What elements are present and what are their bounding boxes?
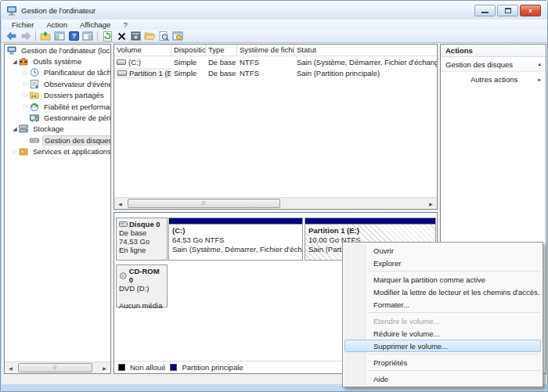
col-systeme-fichiers[interactable]: Système de fichiers [237,45,294,56]
volume-status: Sain (Partition principale) [294,69,437,77]
expanded-icon[interactable]: ◢ [11,59,19,65]
collapse-icon[interactable]: ▴ [538,61,541,67]
tree-item-outils-systeme[interactable]: ◢ Outils système [5,56,110,67]
partition-primary-bar [305,218,435,225]
volume-fs: NTFS [237,58,294,67]
menu-action[interactable]: Action [41,20,73,30]
tree-item-label: Observateur d'événements [42,80,110,88]
delete-icon[interactable] [114,30,128,42]
event-viewer-icon [30,80,39,88]
actions-section-gestion-des-disques[interactable]: Gestion des disques ▴ [441,57,546,72]
tree-item-stockage[interactable]: ◢ Stockage [5,124,110,135]
menu-item-ouvrir[interactable]: Ouvrir [344,244,541,257]
disk-icon [119,221,128,227]
open-folder-icon[interactable] [142,30,157,42]
expanded-icon[interactable]: ◢ [11,126,19,132]
tree-item-label: Fiabilité et performance [42,102,110,111]
minimize-button[interactable] [474,5,496,16]
up-level-icon[interactable] [38,30,52,42]
scroll-right-icon[interactable]: ▶ [99,362,110,374]
tree-item-services-applications[interactable]: ▷ Services et applications [5,146,110,157]
menu-item-proprietes[interactable]: Propriétés [344,356,541,369]
shared-folders-icon [30,91,39,99]
menu-item-explorer[interactable]: Explorer [344,257,541,269]
disk0-header[interactable]: Disque 0 De base 74,53 Go En ligne [116,218,168,261]
volume-type: De base [206,58,237,67]
drive-icon [117,59,126,65]
tree-item-root[interactable]: Gestion de l'ordinateur (local) [5,45,110,56]
volume-fs: NTFS [237,69,294,77]
menu-item-supprimer-volume[interactable]: Supprimer le volume... [344,340,541,352]
menu-fichier[interactable]: Fichier [6,20,40,30]
disk-name: Disque 0 [129,220,160,228]
tree-item-observateur[interactable]: ▷ Observateur d'événements [5,78,110,89]
help-icon[interactable]: ? [67,30,81,42]
scroll-left-icon[interactable]: ◀ [114,198,126,210]
menu-item-modifier-lettre[interactable]: Modifier la lettre de lecteur et les che… [344,286,541,298]
partition-c[interactable]: (C:) 64,53 Go NTFS Sain (Système, Démarr… [168,218,303,261]
volume-list: Volume Disposition Type Système de fichi… [114,44,438,210]
volume-disposition: Simple [171,69,206,77]
menu-item-reduire-volume[interactable]: Réduire le volume... [344,327,541,340]
scrollbar-thumb[interactable]: ☰ [18,363,92,372]
collapsed-icon[interactable]: ▷ [22,81,30,87]
customize-icon[interactable] [171,30,185,42]
tree-item-gestionnaire-peripheriques[interactable]: Gestionnaire de périphériques [5,112,110,123]
collapsed-icon[interactable]: ▷ [22,103,30,110]
computer-icon [7,46,16,55]
volume-name: Partition 1 (E:) [129,69,171,77]
tree-item-label: Outils système [31,57,83,66]
legend-primary-label: Partition principale [182,363,243,372]
autres-actions-label: Autres actions [470,75,538,84]
actions-autres-actions[interactable]: Autres actions ▸ [441,72,546,87]
show-console-tree-icon[interactable] [52,30,67,42]
col-volume[interactable]: Volume [114,45,171,56]
tree-item-fiabilite[interactable]: ▷ Fiabilité et performance [5,101,110,112]
back-icon[interactable] [5,30,19,42]
tree-item-dossiers-partages[interactable]: ▷ Dossiers partagés [5,90,110,101]
menu-item-marquer-active[interactable]: Marquer la partition comme active [344,273,541,286]
collapsed-icon[interactable]: ▷ [22,92,30,99]
close-button[interactable]: x [520,5,541,16]
performance-icon [30,102,39,111]
col-type[interactable]: Type [206,45,237,56]
forward-icon[interactable] [19,30,33,42]
actions-section-label: Gestion des disques [445,60,538,69]
menu-affichage[interactable]: Affichage [74,20,116,30]
scroll-right-icon[interactable]: ▶ [425,198,437,210]
menu-item-formater[interactable]: Formater... [344,298,541,311]
volume-row-partition1[interactable]: Partition 1 (E:) Simple De base NTFS Sai… [114,68,437,80]
tree-item-planificateur[interactable]: ▷ Planificateur de tâches [5,67,110,78]
show-action-pane-icon[interactable] [81,30,95,42]
col-disposition[interactable]: Disposition [171,45,206,56]
tree-horizontal-scrollbar[interactable]: ◀ ☰ ▶ [5,361,110,373]
disk-type: De base [119,228,164,237]
cdrom0-header[interactable]: CD-ROM 0 DVD (D:) Aucun média [116,264,168,307]
volume-list-horizontal-scrollbar[interactable]: ◀ ☰ ▶ [114,197,437,209]
volume-name: (C:) [128,58,141,67]
tree-item-label: Stockage [31,124,66,133]
volume-type: De base [206,69,237,77]
col-statut[interactable]: Statut [294,45,437,56]
legend-unallocated-label: Non alloué [130,363,165,372]
refresh-icon[interactable] [100,30,114,42]
collapsed-icon[interactable]: ▷ [11,149,19,155]
volume-row-c[interactable]: (C:) Simple De base NTFS Sain (Système, … [114,56,437,68]
disk-management-icon [30,136,39,145]
disk-size: 74,53 Go [119,237,164,246]
scroll-left-icon[interactable]: ◀ [5,362,16,374]
menu-item-aide[interactable]: Aide [344,372,541,385]
menu-help[interactable]: ? [117,20,132,30]
scrollbar-thumb[interactable]: ☰ [128,199,280,208]
toolbar: ? [2,30,548,43]
computer-management-window: Gestion de l'ordinateur x Fichier Action… [0,0,548,392]
title-bar[interactable]: Gestion de l'ordinateur x [1,1,547,20]
drive-icon [117,70,127,76]
tree-item-gestion-des-disques[interactable]: Gestion des disques [5,135,110,146]
services-icon [19,147,28,156]
collapsed-icon[interactable]: ▷ [22,70,30,76]
tree-item-label: Planificateur de tâches [42,68,110,77]
maximize-button[interactable] [497,5,518,16]
display-options-icon[interactable] [157,30,171,42]
properties-icon[interactable] [128,30,142,42]
